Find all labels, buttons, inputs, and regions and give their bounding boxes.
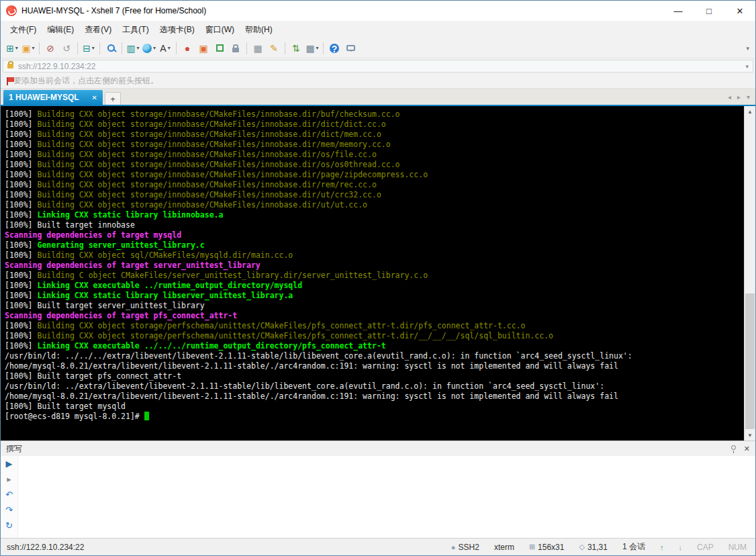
terminal-text: Building CXX object storage/perfschema/u… [37, 331, 553, 340]
menu-item[interactable]: 帮助(H) [240, 21, 278, 38]
terminal-text: Scanning dependencies of target mysqld [5, 230, 181, 240]
terminal-line: [100%] Building CXX object storage/innob… [5, 140, 744, 150]
tab-huawei-mysql[interactable]: 1 HUAWEI-MYSQL ✕ [3, 90, 103, 105]
virtual-keypad-button[interactable]: ▦ [250, 40, 265, 56]
terminal-line: [100%] Building CXX object storage/innob… [5, 150, 744, 160]
new-session-button[interactable]: ⊞▾ [5, 40, 19, 56]
pin-icon[interactable] [731, 445, 736, 450]
new-tab-button[interactable]: ▥▾ [126, 40, 140, 56]
xshell-window: HUAWEI-MYSQL - Xshell 7 (Free for Home/S… [0, 0, 756, 556]
maximize-button[interactable]: □ [694, 1, 724, 21]
ssl-lock-icon [7, 64, 13, 68]
status-url: ssh://122.9.10.234:22 [7, 543, 84, 552]
expand-icon[interactable]: ▸ [7, 475, 11, 484]
terminal[interactable]: [100%] Building CXX object storage/innob… [1, 106, 755, 441]
lock-screen-button[interactable] [228, 40, 243, 56]
menu-item[interactable]: 选项卡(B) [154, 21, 200, 38]
tab-scroll-left-icon[interactable]: ◂ [728, 93, 731, 101]
dropdown-caret-icon: ▾ [32, 45, 35, 51]
file-transfer-button[interactable]: ⇅ [289, 40, 303, 56]
protocol-indicator-icon: ● [451, 543, 456, 551]
flag-icon [7, 77, 8, 85]
caps-lock-indicator-label: CAP [697, 543, 714, 552]
quick-command-icon: ▣ [199, 43, 207, 54]
terminal-line: [100%] Building CXX object storage/innob… [5, 170, 744, 180]
terminal-text: Building C object CMakeFiles/server_unit… [37, 271, 428, 280]
tile-windows-icon: ▦ [305, 43, 314, 54]
toolbar-overflow-icon[interactable]: ▾ [746, 45, 752, 52]
scroll-up-button[interactable]: ▲ [745, 106, 755, 117]
menu-bar: 文件(F)编辑(E)查看(V)工具(T)选项卡(B)窗口(W)帮助(H) [1, 21, 755, 38]
dropdown-caret-icon: ▾ [15, 45, 18, 51]
terminal-line: Scanning dependencies of target server_u… [5, 261, 744, 271]
compose-input[interactable] [18, 456, 755, 538]
session-properties-button[interactable]: ⊟▾ [81, 40, 96, 56]
scroll-down-button[interactable]: ▼ [745, 430, 755, 441]
new-tab-button[interactable]: + [105, 92, 121, 105]
virtual-keypad-icon: ▦ [253, 43, 262, 54]
menu-item[interactable]: 窗口(W) [200, 21, 240, 38]
terminal-text: [100%] [5, 271, 37, 280]
tab-close-icon[interactable]: ✕ [83, 94, 97, 101]
terminal-type-indicator-label: xterm [494, 543, 514, 552]
highlight-pen-button[interactable]: ✎ [267, 40, 281, 56]
status-down-arrow[interactable]: ↓ [678, 543, 682, 551]
compose-header-icons: ✕ [731, 445, 750, 453]
log-record-button[interactable]: ● [180, 40, 195, 56]
send-icon[interactable]: ▶ [6, 459, 13, 469]
terminal-text: Building CXX object storage/innobase/CMa… [37, 130, 381, 139]
terminal-line: [100%] Building CXX object storage/innob… [5, 200, 744, 210]
menu-item[interactable]: 查看(V) [79, 21, 117, 38]
menu-item[interactable]: 编辑(E) [42, 21, 79, 38]
terminal-text: Building CXX object storage/innobase/CMa… [37, 200, 367, 210]
terminal-text: [100%] [5, 120, 37, 129]
terminal-line: /usr/bin/ld: ../extra/libevent/libevent-… [5, 381, 744, 391]
open-folder-button[interactable]: ▣▾ [21, 40, 36, 56]
font-button[interactable]: A▾ [158, 40, 173, 56]
new-tab-icon: ▥ [126, 43, 135, 54]
menu-item[interactable]: 工具(T) [117, 21, 154, 38]
dropdown-caret-icon: ▾ [168, 45, 171, 51]
terminal-text: [100%] [5, 190, 37, 199]
terminal-text: [100%] [5, 240, 37, 250]
info-bar-text: 要添加当前会话，点击左侧的箭头按钮。 [13, 75, 158, 87]
compose-panel: 撰写 ✕ ▶▸↶↷↻ [1, 441, 755, 538]
quick-command-button[interactable]: ▣ [196, 40, 211, 56]
tile-windows-button[interactable]: ▦▾ [305, 40, 320, 56]
terminal-text: Building CXX object storage/innobase/CMa… [37, 160, 399, 169]
status-up-arrow-icon: ↑ [660, 543, 664, 551]
feedback-button[interactable] [343, 40, 358, 56]
reconnect-button[interactable]: ↺ [59, 40, 74, 56]
encoding-globe-icon [142, 44, 152, 53]
address-field[interactable]: ssh://122.9.10.234:22 ▾ [3, 60, 753, 73]
status-up-arrow[interactable]: ↑ [660, 543, 664, 551]
address-dropdown-icon[interactable]: ▾ [745, 63, 749, 70]
fullscreen-button[interactable] [212, 40, 227, 56]
terminal-line: /home/mysql-8.0.21/extra/libevent/libeve… [5, 391, 744, 402]
disconnect-button[interactable]: ⊘ [43, 40, 58, 56]
tab-list-icon[interactable]: ▾ [747, 93, 750, 101]
menu-item[interactable]: 文件(F) [5, 21, 42, 38]
undo-arrow-icon[interactable]: ↶ [5, 490, 13, 500]
xshell-logo-icon [6, 5, 17, 16]
terminal-text: /usr/bin/ld: ../../../extra/libevent/lib… [5, 351, 632, 361]
redo-arrow-icon[interactable]: ↷ [5, 506, 13, 515]
dropdown-caret-icon: ▾ [92, 45, 95, 51]
terminal-line: [100%] Building CXX object storage/innob… [5, 120, 744, 130]
terminal-text: Building CXX object sql/CMakeFiles/mysql… [37, 250, 293, 260]
find-button[interactable] [103, 40, 118, 56]
terminal-scrollbar[interactable]: ▲ ▼ [744, 106, 755, 441]
toolbar-separator [246, 42, 247, 54]
tab-scroll-right-icon[interactable]: ▸ [737, 93, 741, 101]
close-button[interactable]: ✕ [724, 1, 755, 21]
terminal-line: [100%] Building CXX object storage/innob… [5, 160, 744, 170]
minimize-button[interactable]: — [663, 1, 694, 21]
scrollbar-thumb[interactable] [745, 293, 755, 429]
status-down-arrow-icon: ↓ [678, 543, 682, 551]
compose-close-icon[interactable]: ✕ [744, 445, 750, 453]
history-refresh-icon[interactable]: ↻ [5, 521, 13, 530]
font-icon: A [160, 43, 166, 54]
help-button[interactable]: ? [327, 40, 342, 56]
address-bar: ssh://122.9.10.234:22 ▾ [1, 58, 755, 74]
encoding-globe-button[interactable]: ▾ [142, 40, 156, 56]
